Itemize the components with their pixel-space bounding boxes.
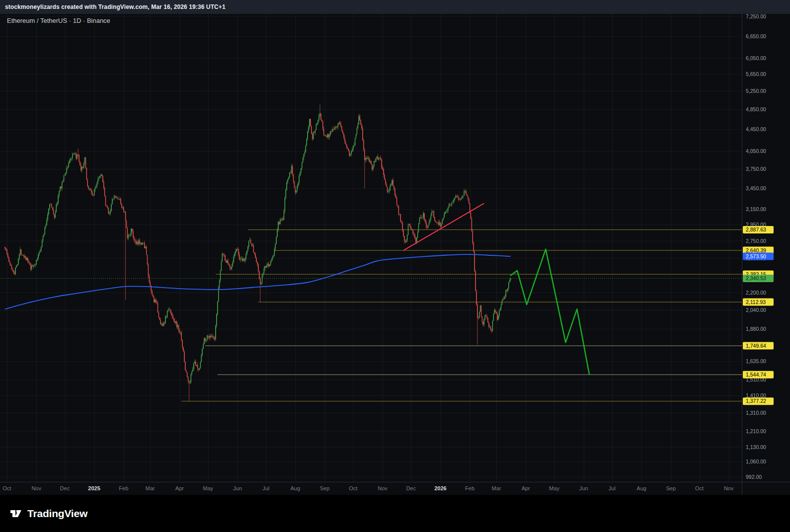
tradingview-logo[interactable]: TradingView <box>9 507 87 521</box>
candle-body <box>418 224 419 232</box>
month-label[interactable]: Mar <box>492 485 501 491</box>
month-label[interactable]: Nov <box>724 485 734 491</box>
candle-body <box>431 216 431 219</box>
candle-body <box>239 254 239 260</box>
candle-body <box>324 135 325 136</box>
candle-body <box>236 249 237 251</box>
candle-body <box>403 230 403 236</box>
candle-body <box>447 211 447 211</box>
candle-body <box>138 242 138 244</box>
candle-body <box>161 324 161 325</box>
candle-body <box>29 263 30 264</box>
candle-body <box>200 362 201 368</box>
candle-body <box>432 211 433 212</box>
month-label[interactable]: Aug <box>636 485 646 491</box>
month-label[interactable]: Oct <box>349 485 357 491</box>
candle-body <box>145 247 146 248</box>
candle-body <box>317 123 317 125</box>
month-label[interactable]: Mar <box>146 485 155 491</box>
candle-body <box>465 191 465 191</box>
candle-body <box>115 196 115 197</box>
candle-body <box>176 321 177 327</box>
candle-body <box>223 254 224 255</box>
candle-body <box>31 265 32 269</box>
candle-body <box>252 245 253 246</box>
candle-body <box>414 234 415 238</box>
month-label[interactable]: May <box>203 485 213 491</box>
candlestick-chart-canvas[interactable]: 7,250.006,650.006,050.005,650.005,250.00… <box>0 14 790 495</box>
month-label[interactable]: Nov <box>378 485 388 491</box>
candle-body <box>192 369 193 372</box>
candle-body <box>187 373 187 377</box>
candle-body <box>295 188 296 193</box>
candle-body <box>190 382 190 383</box>
month-label[interactable]: Apr <box>522 485 530 491</box>
footer-bar: TradingView <box>0 495 790 532</box>
candle-body <box>478 318 478 318</box>
month-label[interactable]: 2026 <box>434 485 446 491</box>
attribution-bar: stockmoneylizards created with TradingVi… <box>0 0 790 14</box>
month-label[interactable]: Sep <box>666 485 676 491</box>
candle-body <box>67 167 68 168</box>
candle-body <box>415 238 416 242</box>
candle-body <box>390 185 391 190</box>
candle-body <box>105 196 106 206</box>
candle-body <box>335 128 335 128</box>
month-label[interactable]: Oct <box>695 485 704 491</box>
candle-body <box>385 179 386 184</box>
candle-body <box>283 219 283 220</box>
candle-body <box>93 195 93 195</box>
last-price-badge-text: 2,340.53 <box>746 275 766 281</box>
month-label[interactable]: Nov <box>31 485 41 491</box>
candle-body <box>338 123 339 124</box>
month-label[interactable]: Jun <box>233 485 242 491</box>
chart-area[interactable]: 7,250.006,650.006,050.005,650.005,250.00… <box>0 14 790 495</box>
candle-body <box>194 362 195 363</box>
month-label[interactable]: May <box>549 485 559 491</box>
month-label[interactable]: Sep <box>320 485 330 491</box>
month-label[interactable]: 2025 <box>88 485 100 491</box>
candle-body <box>79 161 80 165</box>
month-label[interactable]: Jul <box>609 485 616 491</box>
candle-body <box>317 120 318 123</box>
price-tick-label: 1,210.00 <box>746 428 766 434</box>
symbol-title[interactable]: Ethereum / TetherUS · 1D · Binance <box>7 17 110 24</box>
candle-body <box>395 189 395 196</box>
candle-body <box>344 138 345 142</box>
candle-body <box>68 163 69 167</box>
candle-body <box>14 273 15 274</box>
candle-body <box>183 347 183 352</box>
month-label[interactable]: Jun <box>579 485 588 491</box>
candle-body <box>157 302 157 303</box>
candle-body <box>185 362 185 371</box>
candle-body <box>353 146 353 150</box>
month-label[interactable]: Feb <box>119 485 128 491</box>
candle-body <box>209 336 209 338</box>
candle-body <box>408 226 408 235</box>
month-label[interactable]: Apr <box>175 485 184 491</box>
candle-body <box>350 154 350 155</box>
candle-body <box>382 167 383 169</box>
candle-body <box>77 155 78 159</box>
price-tick-label: 1,635.00 <box>746 358 766 364</box>
candle-body <box>248 241 249 247</box>
candle-body <box>168 309 168 311</box>
month-label[interactable]: Dec <box>406 485 416 491</box>
month-label[interactable]: Dec <box>60 485 70 491</box>
candle-body <box>66 173 66 175</box>
candle-body <box>337 127 337 128</box>
month-label[interactable]: Feb <box>465 485 474 491</box>
price-tick-label: 5,250.00 <box>746 88 766 94</box>
price-tick-label: 7,250.00 <box>746 14 766 19</box>
candle-body <box>192 372 192 374</box>
candle-body <box>263 273 263 275</box>
candle-body <box>474 243 474 252</box>
candle-body <box>202 349 203 355</box>
candle-body <box>196 365 197 366</box>
candle-body <box>356 134 356 139</box>
candle-body <box>301 168 301 172</box>
month-label[interactable]: Jul <box>262 485 269 491</box>
month-label[interactable]: Oct <box>2 485 11 491</box>
candle-body <box>267 264 268 265</box>
month-label[interactable]: Aug <box>291 485 301 491</box>
